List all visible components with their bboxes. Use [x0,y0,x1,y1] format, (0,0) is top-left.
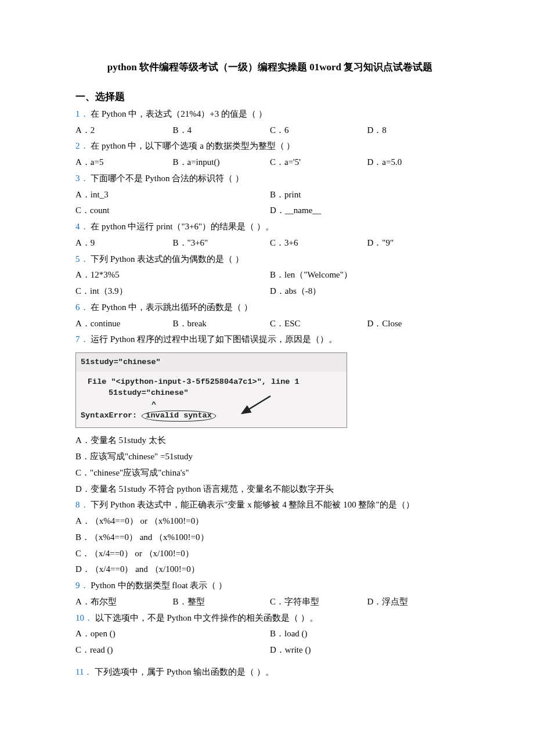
option-B: B．应该写成"chinese" =51study [75,449,464,465]
option-D: D．abs（-8） [270,283,464,300]
section-heading: 一、选择题 [75,88,464,106]
exam-page: python 软件编程等级考试（一级）编程实操题 01word 复习知识点试卷试… [0,0,534,704]
option-C: C．字符串型 [270,594,367,610]
question-stem: Python 中的数据类型 float 表示（ ） [91,581,227,590]
question-9: 9． Python 中的数据类型 float 表示（ ） [75,578,464,594]
option-B: B．len（"Welcome"） [270,267,464,283]
option-D: D．a=5.0 [367,154,465,171]
option-C: C．read () [75,642,270,658]
option-A: A．open () [75,626,270,642]
options-row: A．2 B．4 C．6 D．8 [75,123,464,139]
option-A: A．2 [75,123,173,139]
question-number: 9． [75,581,89,590]
page-title: python 软件编程等级考试（一级）编程实操题 01word 复习知识点试卷试… [75,58,464,76]
option-A: A．continue [75,316,173,332]
question-number: 11． [75,667,92,676]
question-stem: 下面哪个不是 Python 合法的标识符（ ） [91,174,244,183]
question-number: 2． [75,141,89,150]
option-D: D．write () [270,642,464,658]
options-row: A．continue B．break C．ESC D．Close [75,316,464,332]
question-3: 3． 下面哪个不是 Python 合法的标识符（ ） [75,171,464,187]
option-A: A．a=5 [75,154,173,171]
option-A: A．9 [75,235,173,251]
question-stem: 下列 Python 表达式中，能正确表示"变量 x 能够被 4 整除且不能被 1… [91,500,414,509]
code-error-screenshot: 51study="chinese" File "<ipython-input-3… [75,352,347,428]
option-C: C．6 [270,123,367,139]
option-B: B．"3+6" [173,235,270,251]
question-4: 4． 在 python 中运行 print（"3+6"）的结果是（ ）。 [75,219,464,235]
option-D: D．__name__ [270,203,464,219]
options-row: A．（x%4==0） or （x%100!=0） B．（x%4==0） and … [75,513,464,578]
option-D: D．（x/4==0） and （x/100!=0） [75,561,464,578]
question-number: 7． [75,334,89,344]
question-7: 7． 运行 Python 程序的过程中出现了如下图错误提示，原因是（）。 [75,332,464,348]
traceback-file-line: File "<ipython-input-3-5f525804a7c1>", l… [88,376,342,388]
question-stem: 在 python 中运行 print（"3+6"）的结果是（ ）。 [91,222,274,231]
option-A: A．布尔型 [75,594,173,610]
options-row: A．a=5 B．a=input() C．a='5' D．a=5.0 [75,154,464,171]
option-A: A．变量名 51study 太长 [75,433,464,449]
question-5: 5． 下列 Python 表达式的值为偶数的是（ ） [75,251,464,268]
options-row: A．变量名 51study 太长 B．应该写成"chinese" =51stud… [75,433,464,497]
question-6: 6． 在 Python 中，表示跳出循环的函数是（ ） [75,300,464,316]
question-stem: 以下选项中，不是 Python 中文件操作的相关函数是（ ）。 [95,613,318,622]
option-D: D．变量名 51study 不符合 python 语言规范，变量名不能以数字开头 [75,481,464,498]
question-stem: 下列 Python 表达式的值为偶数的是（ ） [91,254,244,264]
option-B: B．load () [270,626,464,642]
question-number: 1． [75,109,89,118]
option-B: B．break [173,316,270,332]
option-A: A．（x%4==0） or （x%100!=0） [75,513,464,530]
option-A: A．int_3 [75,187,270,203]
option-B: B．a=input() [173,154,270,171]
option-C: C．（x/4==0） or （x/100!=0） [75,546,464,562]
option-D: D．"9" [367,235,465,251]
question-8: 8． 下列 Python 表达式中，能正确表示"变量 x 能够被 4 整除且不能… [75,497,464,513]
question-11: 11． 下列选项中，属于 Python 输出函数的是（ ）。 [75,664,464,681]
options-row: A．12*3%5 B．len（"Welcome"） C．int（3.9） D．a… [75,267,464,300]
circled-error: invalid syntax [142,411,215,422]
question-number: 3． [75,174,89,183]
question-number: 6． [75,303,89,312]
option-C: C．ESC [270,316,367,332]
option-D: D．8 [367,123,465,139]
question-number: 8． [75,500,89,509]
option-C: C．count [75,203,270,219]
option-A: A．12*3%5 [75,267,270,283]
traceback-caret: ^ [88,399,342,411]
question-number: 5． [75,254,89,264]
question-stem: 在 python 中，以下哪个选项 a 的数据类型为整型（ ） [91,141,295,150]
options-row: A．open () B．load () C．read () D．write () [75,626,464,658]
question-number: 10． [75,613,93,622]
option-D: D．浮点型 [367,594,465,610]
option-C: C．"chinese"应该写成"china's" [75,465,464,481]
question-stem: 在 Python 中，表达式（21%4）+3 的值是（ ） [91,109,266,118]
option-B: B．print [270,187,464,203]
options-row: A．9 B．"3+6" C．3+6 D．"9" [75,235,464,251]
question-stem: 运行 Python 程序的过程中出现了如下图错误提示，原因是（）。 [91,334,337,344]
question-stem: 下列选项中，属于 Python 输出函数的是（ ）。 [95,667,274,676]
question-stem: 在 Python 中，表示跳出循环的函数是（ ） [91,303,252,312]
option-D: D．Close [367,316,465,332]
code-line: 51study="chinese" [81,357,342,368]
options-row: A．int_3 B．print C．count D．__name__ [75,187,464,219]
syntax-error-line: SyntaxError: invalid syntax [81,410,342,422]
option-C: C．3+6 [270,235,367,251]
options-row: A．布尔型 B．整型 C．字符串型 D．浮点型 [75,594,464,610]
option-B: B．（x%4==0） and （x%100!=0） [75,530,464,546]
question-number: 4． [75,222,89,231]
code-traceback: File "<ipython-input-3-5f525804a7c1>", l… [76,372,347,428]
option-B: B．4 [173,123,270,139]
traceback-code-line: 51study="chinese" [88,387,342,399]
question-10: 10． 以下选项中，不是 Python 中文件操作的相关函数是（ ）。 [75,610,464,627]
option-C: C．a='5' [270,154,367,171]
question-2: 2． 在 python 中，以下哪个选项 a 的数据类型为整型（ ） [75,138,464,154]
question-1: 1． 在 Python 中，表达式（21%4）+3 的值是（ ） [75,106,464,123]
syntax-error-prefix: SyntaxError: [81,411,137,420]
option-B: B．整型 [173,594,270,610]
option-C: C．int（3.9） [75,283,270,300]
